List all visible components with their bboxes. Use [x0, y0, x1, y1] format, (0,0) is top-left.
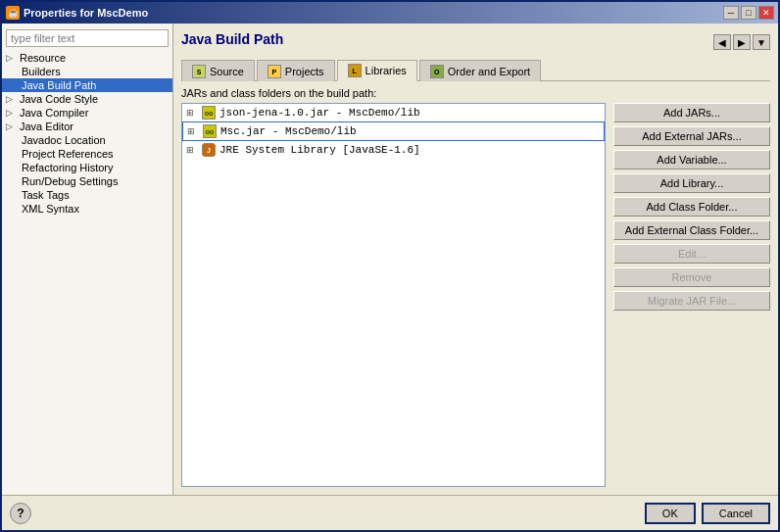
- sidebar-item-label: Project References: [22, 148, 114, 160]
- help-button[interactable]: ?: [10, 503, 31, 524]
- sidebar-item-java-editor[interactable]: ▷ Java Editor: [2, 120, 172, 133]
- sidebar-item-label: Java Build Path: [22, 79, 96, 91]
- panel-title-bar: Java Build Path ◀ ▶ ▼: [181, 31, 770, 53]
- expand-icon: ▷: [6, 94, 18, 104]
- tab-libraries-label: Libraries: [366, 65, 407, 76]
- tab-libraries[interactable]: L Libraries: [337, 60, 417, 81]
- expand-icon: ⊞: [187, 126, 199, 136]
- jar-icon: oo: [202, 106, 216, 120]
- sidebar-item-java-build-path[interactable]: Java Build Path: [2, 78, 172, 92]
- title-bar-left: ☕ Properties for MscDemo: [6, 6, 148, 20]
- panel-title: Java Build Path: [181, 31, 283, 47]
- tabs: S Source P Projects L Libraries O Order …: [181, 59, 770, 81]
- sidebar-item-run-debug-settings[interactable]: Run/Debug Settings: [2, 174, 172, 188]
- sidebar-item-task-tags[interactable]: Task Tags: [2, 188, 172, 202]
- list-item[interactable]: ⊞ J JRE System Library [JavaSE-1.6]: [182, 141, 605, 159]
- add-variable-button[interactable]: Add Variable...: [613, 150, 770, 169]
- remove-button[interactable]: Remove: [613, 267, 770, 287]
- tab-order-export[interactable]: O Order and Export: [419, 60, 541, 81]
- libraries-tab-icon: L: [348, 64, 362, 77]
- sidebar-item-java-compiler[interactable]: ▷ Java Compiler: [2, 106, 172, 120]
- minimize-button[interactable]: ─: [723, 6, 739, 20]
- sidebar-item-label: Javadoc Location: [22, 134, 106, 146]
- sidebar-item-label: Java Compiler: [20, 107, 88, 119]
- jar-item-label: Msc.jar - MscDemo/lib: [220, 125, 357, 137]
- sidebar-item-label: Run/Debug Settings: [22, 175, 118, 187]
- sidebar-item-label: Java Code Style: [20, 93, 98, 105]
- jar-item-label: JRE System Library [JavaSE-1.6]: [219, 144, 420, 156]
- title-controls: ─ □ ✕: [723, 6, 774, 20]
- expand-icon: ⊞: [186, 108, 198, 118]
- menu-button[interactable]: ▼: [753, 34, 770, 50]
- sidebar-item-refactoring-history[interactable]: Refactoring History: [2, 161, 172, 174]
- expand-icon: ▷: [6, 53, 18, 63]
- tab-projects[interactable]: P Projects: [257, 60, 335, 81]
- add-jars-button[interactable]: Add JARs...: [613, 103, 770, 122]
- add-external-jars-button[interactable]: Add External JARs...: [613, 126, 770, 146]
- maximize-button[interactable]: □: [741, 6, 756, 20]
- sidebar: ▷ Resource Builders Java Build Path ▷ Ja…: [2, 24, 173, 495]
- add-external-class-folder-button[interactable]: Add External Class Folder...: [613, 220, 770, 240]
- sidebar-item-resource[interactable]: ▷ Resource: [2, 51, 172, 65]
- sidebar-item-project-references[interactable]: Project References: [2, 147, 172, 161]
- tab-source-label: Source: [210, 66, 244, 77]
- expand-icon: ▷: [6, 108, 18, 118]
- sidebar-item-label: Task Tags: [22, 189, 70, 201]
- list-item[interactable]: ⊞ oo json-jena-1.0.jar - MscDemo/lib: [182, 104, 605, 121]
- sidebar-item-label: Resource: [20, 52, 66, 64]
- filter-input[interactable]: [6, 29, 169, 47]
- button-panel: Add JARs... Add External JARs... Add Var…: [613, 103, 770, 487]
- title-bar: ☕ Properties for MscDemo ─ □ ✕: [2, 2, 778, 24]
- content-area: ▷ Resource Builders Java Build Path ▷ Ja…: [2, 24, 778, 495]
- build-path-inner: ⊞ oo json-jena-1.0.jar - MscDemo/lib ⊞ o…: [181, 103, 770, 487]
- sidebar-item-label: XML Syntax: [22, 203, 79, 215]
- ok-button[interactable]: OK: [645, 503, 696, 524]
- jar-icon: oo: [203, 124, 217, 138]
- add-class-folder-button[interactable]: Add Class Folder...: [613, 197, 770, 217]
- description-label: JARs and class folders on the build path…: [181, 87, 770, 99]
- jre-icon: J: [202, 143, 216, 157]
- cancel-button[interactable]: Cancel: [702, 503, 770, 524]
- jar-list-panel[interactable]: ⊞ oo json-jena-1.0.jar - MscDemo/lib ⊞ o…: [181, 103, 606, 487]
- back-button[interactable]: ◀: [713, 34, 731, 50]
- footer-buttons: OK Cancel: [645, 503, 770, 524]
- add-library-button[interactable]: Add Library...: [613, 173, 770, 193]
- window-icon: ☕: [6, 6, 20, 20]
- list-item[interactable]: ⊞ oo Msc.jar - MscDemo/lib: [182, 121, 605, 141]
- source-tab-icon: S: [192, 65, 206, 78]
- jar-item-label: json-jena-1.0.jar - MscDemo/lib: [219, 107, 420, 119]
- order-tab-icon: O: [430, 65, 444, 78]
- sidebar-item-javadoc-location[interactable]: Javadoc Location: [2, 133, 172, 147]
- sidebar-item-xml-syntax[interactable]: XML Syntax: [2, 202, 172, 216]
- tab-source[interactable]: S Source: [181, 60, 255, 81]
- build-path-content: JARs and class folders on the build path…: [181, 87, 770, 487]
- expand-icon: ▷: [6, 121, 18, 131]
- expand-icon: ⊞: [186, 145, 198, 155]
- sidebar-item-label: Refactoring History: [22, 162, 114, 173]
- close-button[interactable]: ✕: [758, 6, 774, 20]
- tab-projects-label: Projects: [285, 66, 324, 77]
- sidebar-item-builders[interactable]: Builders: [2, 65, 172, 78]
- nav-arrows: ◀ ▶ ▼: [713, 34, 770, 50]
- edit-button[interactable]: Edit...: [613, 244, 770, 264]
- migrate-jar-button[interactable]: Migrate JAR File...: [613, 291, 770, 311]
- sidebar-item-label: Java Editor: [20, 121, 73, 132]
- forward-button[interactable]: ▶: [733, 34, 751, 50]
- tab-order-export-label: Order and Export: [448, 66, 530, 77]
- main-panel: Java Build Path ◀ ▶ ▼ S Source P Project…: [173, 24, 778, 495]
- properties-window: ☕ Properties for MscDemo ─ □ ✕ ▷ Resourc…: [0, 0, 780, 532]
- projects-tab-icon: P: [268, 65, 281, 78]
- footer: ? OK Cancel: [2, 495, 778, 530]
- window-title: Properties for MscDemo: [24, 7, 148, 19]
- sidebar-item-label: Builders: [22, 66, 61, 77]
- sidebar-item-java-code-style[interactable]: ▷ Java Code Style: [2, 92, 172, 106]
